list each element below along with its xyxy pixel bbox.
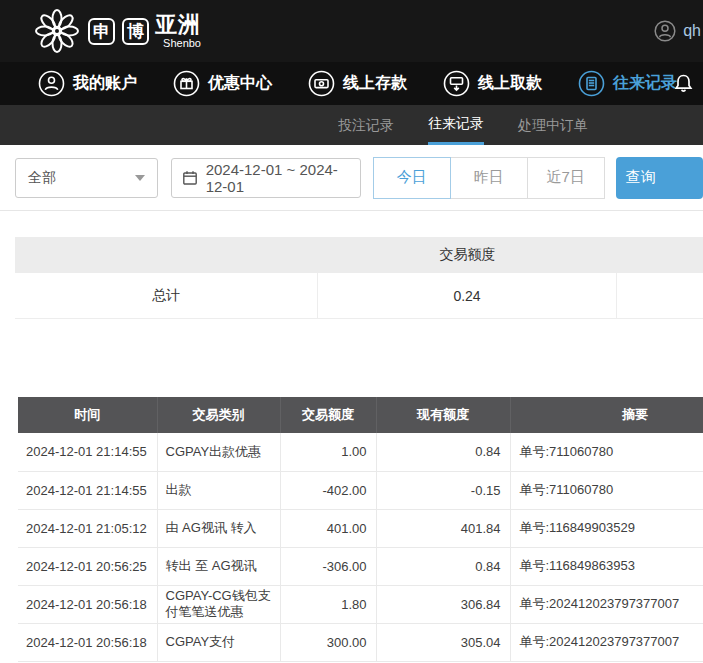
cell-memo: 单号:116849863953 (510, 547, 703, 585)
cell-time: 2024-12-01 20:56:18 (18, 585, 157, 623)
cell-time: 2024-12-01 20:56:25 (18, 547, 157, 585)
col-header-time: 时间 (18, 397, 157, 433)
summary-header-spacer (15, 237, 318, 273)
today-button[interactable]: 今日 (373, 157, 451, 199)
category-select[interactable]: 全部 (15, 158, 158, 198)
cell-memo: 单号:202412023797377007 (510, 585, 703, 623)
cell-time: 2024-12-01 20:56:18 (18, 623, 157, 661)
nav-item-deposit[interactable]: 线上存款 (308, 70, 407, 97)
table-row: 2024-12-01 20:56:18 CGPAY-CG钱包支付笔笔送优惠 1.… (18, 585, 703, 623)
cell-time: 2024-12-01 21:14:55 (18, 433, 157, 471)
nav-item-promotions[interactable]: 优惠中心 (173, 70, 272, 97)
records-table: 时间 交易类别 交易额度 现有额度 摘要 2024-12-01 21:14:55… (18, 397, 703, 662)
date-range-input[interactable]: 2024-12-01 ~ 2024-12-01 (171, 158, 361, 198)
cell-amount: -402.00 (280, 471, 376, 509)
records-icon (578, 70, 605, 97)
cell-amount: 300.00 (280, 623, 376, 661)
col-header-type: 交易类别 (157, 397, 280, 433)
table-row: 2024-12-01 21:14:55 出款 -402.00 -0.15 单号:… (18, 471, 703, 509)
cell-amount: 1.00 (280, 433, 376, 471)
col-header-balance: 现有额度 (376, 397, 510, 433)
nav-label: 线上存款 (343, 73, 407, 94)
sub-nav: 投注记录 往来记录 处理中订单 (0, 105, 703, 145)
gift-icon (173, 70, 200, 97)
nav-label: 线上取款 (478, 73, 542, 94)
search-button[interactable]: 查询 (616, 157, 703, 199)
table-row: 2024-12-01 20:56:25 转出 至 AG视讯 -306.00 0.… (18, 547, 703, 585)
nav-item-my-account[interactable]: 我的账户 (38, 70, 137, 97)
summary-header-spacer (617, 237, 703, 273)
main-nav: 我的账户 优惠中心 线上存款 (0, 62, 703, 105)
username-label: qh (683, 22, 701, 40)
account-menu[interactable]: qh (654, 20, 701, 42)
table-row: 2024-12-01 20:56:18 CGPAY支付 300.00 305.0… (18, 623, 703, 661)
summary-spacer-cell (617, 273, 703, 318)
cell-balance: 401.84 (376, 509, 510, 547)
cell-type: 转出 至 AG视讯 (157, 547, 280, 585)
nav-label: 优惠中心 (208, 73, 272, 94)
brand-logo[interactable]: 申 博 亚洲 Shenbo (33, 7, 201, 55)
cell-amount: 1.80 (280, 585, 376, 623)
summary-total-row: 总计 0.24 (15, 273, 703, 319)
brand-subtitle: Shenbo (163, 37, 201, 49)
cell-type: CGPAY支付 (157, 623, 280, 661)
summary-table: 交易额度 总计 0.24 (15, 237, 703, 319)
yesterday-button[interactable]: 昨日 (450, 157, 528, 199)
col-header-amount: 交易额度 (280, 397, 376, 433)
col-header-memo: 摘要 (510, 397, 703, 433)
cell-amount: 401.00 (280, 509, 376, 547)
cell-memo: 单号:116849903529 (510, 509, 703, 547)
filter-bar: 全部 2024-12-01 ~ 2024-12-01 今日 昨日 近7日 查询 (0, 145, 703, 211)
tab-transaction-records[interactable]: 往来记录 (428, 105, 484, 145)
nav-label: 我的账户 (73, 73, 137, 94)
cell-balance: -0.15 (376, 471, 510, 509)
category-select-value: 全部 (28, 169, 56, 187)
cell-balance: 305.04 (376, 623, 510, 661)
table-header-row: 时间 交易类别 交易额度 现有额度 摘要 (18, 397, 703, 433)
calendar-icon (182, 170, 198, 186)
summary-total-value: 0.24 (318, 273, 617, 318)
brand-char-shen: 申 (88, 18, 115, 45)
cell-memo: 单号:711060780 (510, 433, 703, 471)
summary-header-title: 交易额度 (318, 237, 617, 273)
top-bar: 申 博 亚洲 Shenbo qh (0, 0, 703, 62)
summary-header-row: 交易额度 (15, 237, 703, 273)
cell-type: CGPAY-CG钱包支付笔笔送优惠 (157, 585, 280, 623)
withdraw-icon (443, 70, 470, 97)
records-section: 时间 交易类别 交易额度 现有额度 摘要 2024-12-01 21:14:55… (18, 397, 703, 662)
user-circle-icon (38, 70, 65, 97)
cell-type: 由 AG视讯 转入 (157, 509, 280, 547)
cell-time: 2024-12-01 21:14:55 (18, 471, 157, 509)
cell-balance: 0.84 (376, 547, 510, 585)
cell-memo: 单号:711060780 (510, 471, 703, 509)
table-row: 2024-12-01 21:05:12 由 AG视讯 转入 401.00 401… (18, 509, 703, 547)
summary-total-label: 总计 (15, 273, 318, 318)
tab-processing-orders[interactable]: 处理中订单 (518, 105, 588, 145)
page: 申 博 亚洲 Shenbo qh (0, 0, 703, 663)
notification-bell-icon[interactable] (670, 70, 697, 97)
table-row: 2024-12-01 21:14:55 CGPAY出款优惠 1.00 0.84 … (18, 433, 703, 471)
cell-balance: 0.84 (376, 433, 510, 471)
quick-range-group: 今日 昨日 近7日 (373, 157, 605, 199)
nav-label: 往来记录 (613, 73, 677, 94)
cell-memo: 单号:202412023797377007 (510, 623, 703, 661)
chevron-down-icon (135, 175, 145, 181)
nav-item-withdraw[interactable]: 线上取款 (443, 70, 542, 97)
cell-type: 出款 (157, 471, 280, 509)
tab-bet-records[interactable]: 投注记录 (338, 105, 394, 145)
deposit-icon (308, 70, 335, 97)
user-avatar-icon (654, 20, 676, 42)
date-range-value: 2024-12-01 ~ 2024-12-01 (206, 161, 350, 195)
flower-logo-icon (33, 7, 81, 55)
last7days-button[interactable]: 近7日 (527, 157, 605, 199)
cell-balance: 306.84 (376, 585, 510, 623)
brand-char-bo: 博 (122, 18, 149, 45)
nav-item-records[interactable]: 往来记录 (578, 70, 677, 97)
cell-time: 2024-12-01 21:05:12 (18, 509, 157, 547)
cell-amount: -306.00 (280, 547, 376, 585)
cell-type: CGPAY出款优惠 (157, 433, 280, 471)
brand-region: 亚洲 (155, 14, 201, 36)
